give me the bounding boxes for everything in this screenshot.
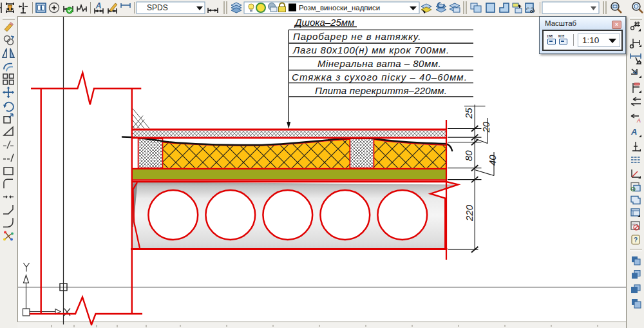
svg-text:A: A xyxy=(630,127,637,137)
svg-text:Розм_виноски_надписи: Розм_виноски_надписи xyxy=(299,4,380,12)
svg-text:1: 1 xyxy=(40,6,43,12)
svg-text:SPDS: SPDS xyxy=(147,3,168,12)
svg-text:A: A xyxy=(95,1,102,10)
svg-text:?: ? xyxy=(634,236,638,244)
svg-text:A: A xyxy=(636,117,641,124)
